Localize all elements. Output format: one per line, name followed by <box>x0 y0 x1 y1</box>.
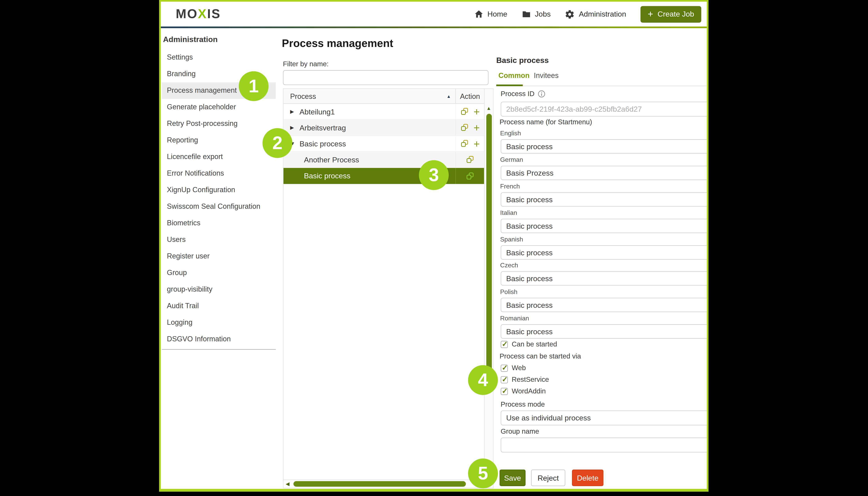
language-label-spanish: Spanish <box>500 236 523 243</box>
copy-icon[interactable] <box>460 123 469 132</box>
name-input-romanian[interactable] <box>501 324 709 339</box>
logo-x-glyph: X <box>198 7 207 21</box>
checkbox-checked-icon[interactable]: ✓ <box>501 376 508 383</box>
column-header-process[interactable]: Process ▲ <box>283 92 455 100</box>
annotation-step-3: 3 <box>419 160 449 190</box>
process-name-cell: ▶ Abteilung1 <box>283 108 455 116</box>
sidebar-item-group[interactable]: Group <box>162 265 276 281</box>
tab-common[interactable]: Common <box>498 71 530 79</box>
sidebar-item-group-visibility[interactable]: group-visibility <box>162 281 276 298</box>
checkbox-checked-icon[interactable]: ✓ <box>501 365 508 372</box>
sidebar-item-settings[interactable]: Settings <box>162 49 276 66</box>
tab-invitees[interactable]: Invitees <box>534 71 559 79</box>
nav-menu: Home Jobs Administration + Create Job <box>474 2 701 27</box>
sidebar-item-xignup-configuration[interactable]: XignUp Configuration <box>162 182 276 198</box>
nav-item-jobs[interactable]: Jobs <box>522 10 551 19</box>
add-subprocess-icon[interactable]: + <box>474 138 480 149</box>
annotation-step-2: 2 <box>263 128 292 158</box>
reject-button[interactable]: Reject <box>531 469 565 486</box>
copy-icon[interactable] <box>460 107 469 116</box>
info-icon[interactable] <box>538 90 545 98</box>
expand-icon[interactable]: ▶ <box>290 125 296 130</box>
column-header-action: Action <box>455 89 484 103</box>
via-restservice-checkbox[interactable]: ✓ RestService <box>501 376 549 383</box>
process-name-cell: ▼ Basic process <box>283 139 455 148</box>
process-mode-value: Use as individual process <box>506 414 591 422</box>
filter-input[interactable] <box>283 70 489 85</box>
table-row[interactable]: ▶ Abteilung1 + <box>283 104 484 120</box>
create-job-label: Create Job <box>657 10 694 18</box>
process-name-cell: ▶ Arbeitsvertrag <box>283 124 455 132</box>
sidebar-item-reporting[interactable]: Reporting <box>162 132 276 149</box>
copy-icon[interactable] <box>466 171 475 180</box>
process-id-input <box>501 102 709 117</box>
checkbox-checked-icon[interactable]: ✓ <box>501 387 508 394</box>
nav-gradient-divider <box>161 27 707 28</box>
sidebar-item-swisscom-seal-configuration[interactable]: Swisscom Seal Configuration <box>162 198 276 215</box>
top-navigation: MOXIS Home Jobs Administration + Create … <box>161 2 707 27</box>
create-job-button[interactable]: + Create Job <box>640 6 701 22</box>
sidebar-item-dsgvo-information[interactable]: DSGVO Information <box>162 331 276 347</box>
group-name-input[interactable] <box>501 438 709 453</box>
save-button[interactable]: Save <box>499 469 526 486</box>
can-be-started-checkbox[interactable]: ✓ Can be started <box>501 340 557 348</box>
table-row-selected[interactable]: Basic process <box>283 168 484 184</box>
gear-icon <box>565 9 575 19</box>
active-tab-underline <box>496 84 523 86</box>
page-title: Process management <box>282 37 393 50</box>
app-window: MOXIS Home Jobs Administration + Create … <box>159 0 708 492</box>
vertical-scrollbar-thumb[interactable] <box>486 114 492 372</box>
horizontal-scrollbar-thumb[interactable] <box>293 481 466 487</box>
via-wordaddin-checkbox[interactable]: ✓ WordAddin <box>501 387 546 395</box>
name-input-czech[interactable] <box>501 271 709 286</box>
scroll-left-icon[interactable]: ◀ <box>286 481 290 487</box>
language-label-romanian: Romanian <box>500 315 529 322</box>
logo-text: IS <box>207 7 221 21</box>
copy-icon[interactable] <box>460 139 469 148</box>
add-subprocess-icon[interactable]: + <box>474 106 480 117</box>
table-row[interactable]: Another Process <box>283 152 484 168</box>
copy-icon[interactable] <box>466 155 475 164</box>
process-table: Process ▲ Action ▶ Abteilung1 + ▶ Arb <box>283 88 494 488</box>
nav-item-administration[interactable]: Administration <box>565 9 626 19</box>
home-icon <box>474 10 483 19</box>
tab-divider <box>496 86 707 86</box>
language-label-czech: Czech <box>500 262 518 268</box>
name-input-english[interactable] <box>501 139 709 154</box>
sidebar-item-biometrics[interactable]: Biometrics <box>162 215 276 231</box>
sidebar-item-register-user[interactable]: Register user <box>162 248 276 265</box>
sidebar-item-retry-post-processing[interactable]: Retry Post-processing <box>162 115 276 132</box>
name-input-german[interactable] <box>501 166 709 180</box>
via-restservice-label: RestService <box>512 376 549 383</box>
letterboxed-stage: MOXIS Home Jobs Administration + Create … <box>0 0 868 496</box>
sidebar-item-error-notifications[interactable]: Error Notifications <box>162 165 276 182</box>
detail-title: Basic process <box>496 56 549 65</box>
name-input-polish[interactable] <box>501 298 709 312</box>
vertical-scrollbar[interactable]: ▲ <box>484 89 493 480</box>
name-input-french[interactable] <box>501 192 709 206</box>
sidebar-item-logging[interactable]: Logging <box>162 314 276 331</box>
check-icon: ✓ <box>502 387 508 395</box>
sidebar-item-licencefile-export[interactable]: Licencefile export <box>162 149 276 165</box>
nav-item-home[interactable]: Home <box>474 10 507 19</box>
process-name: Basic process <box>299 139 346 148</box>
language-label-english: English <box>500 130 521 137</box>
expand-icon[interactable]: ▶ <box>290 109 296 114</box>
sidebar-item-users[interactable]: Users <box>162 231 276 248</box>
delete-button[interactable]: Delete <box>572 469 604 486</box>
table-row[interactable]: ▶ Arbeitsvertrag + <box>283 120 484 136</box>
process-name: Basic process <box>304 172 350 180</box>
sidebar-item-audit-trail[interactable]: Audit Trail <box>162 298 276 314</box>
nav-label-jobs: Jobs <box>535 10 551 18</box>
sidebar-item-generate-placeholder[interactable]: Generate placeholder <box>162 99 276 115</box>
name-input-italian[interactable] <box>501 219 709 233</box>
via-web-checkbox[interactable]: ✓ Web <box>501 364 526 372</box>
table-row[interactable]: ▼ Basic process + <box>283 136 484 152</box>
name-input-spanish[interactable] <box>501 245 709 260</box>
scroll-up-icon[interactable]: ▲ <box>486 106 491 111</box>
process-mode-label: Process mode <box>501 401 545 408</box>
process-mode-select[interactable]: Use as individual process <box>501 410 709 425</box>
checkbox-checked-icon[interactable]: ✓ <box>501 341 508 347</box>
horizontal-scrollbar[interactable]: ◀ <box>283 479 484 488</box>
add-subprocess-icon[interactable]: + <box>474 122 480 133</box>
